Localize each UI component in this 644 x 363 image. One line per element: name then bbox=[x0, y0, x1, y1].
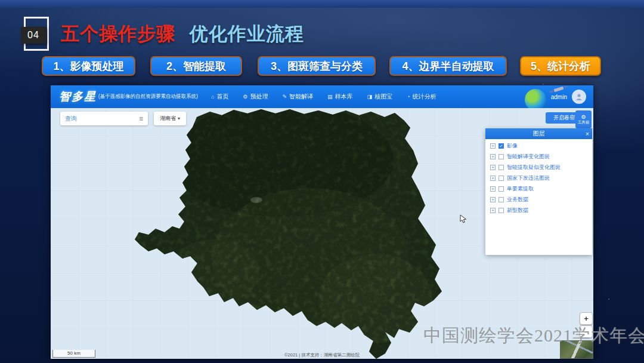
chevron-down-icon: ▾ bbox=[178, 116, 180, 121]
nav-item-checkmap[interactable]: ◨ 核图宝 bbox=[367, 93, 393, 101]
search-box[interactable]: 查询 ≡ bbox=[60, 112, 148, 125]
nav-label: 首页 bbox=[217, 93, 229, 101]
mouse-cursor bbox=[459, 214, 467, 224]
map-attribution: ©2021 | 技术支持：湖南省第二测绘院 bbox=[51, 352, 593, 358]
expand-icon[interactable]: + bbox=[490, 176, 496, 181]
nav-label: 统计分析 bbox=[413, 93, 436, 101]
nav-label: 预处理 bbox=[250, 93, 268, 101]
app-logo-subtitle: (基于遥感影像的自然资源要素自动提取系统) bbox=[98, 93, 198, 100]
home-icon: ⌂ bbox=[211, 94, 214, 100]
menu-icon[interactable]: ≡ bbox=[139, 115, 143, 123]
interpret-icon: ✎ bbox=[283, 94, 287, 100]
search-input[interactable]: 查询 bbox=[65, 115, 139, 123]
app-header: 智多星 (基于遥感影像的自然资源要素自动提取系统) ⌂ 首页 ⚙ 预处理 ✎ 智… bbox=[51, 85, 593, 108]
layers-panel-header: × 图层 × bbox=[485, 128, 592, 139]
expand-icon[interactable]: + bbox=[490, 186, 496, 192]
expand-icon[interactable]: + bbox=[490, 208, 496, 213]
slide-number: 04 bbox=[21, 27, 46, 44]
expand-icon[interactable]: + bbox=[490, 154, 496, 159]
layer-row-imagery[interactable]: + ✓ 影像 bbox=[490, 142, 592, 150]
province-satellite-layer bbox=[128, 108, 453, 359]
layer-row-business-data[interactable]: + 业务数据 bbox=[490, 196, 592, 204]
layer-row-single-feature[interactable]: + 单要素提取 bbox=[490, 185, 592, 193]
header-right: admin bbox=[525, 83, 586, 110]
checkmap-icon: ◨ bbox=[367, 94, 373, 100]
app-logo: 智多星 bbox=[59, 89, 97, 104]
nav-label: 智能解译 bbox=[289, 93, 313, 101]
nav-item-interpret[interactable]: ✎ 智能解译 bbox=[283, 93, 314, 101]
layer-checkbox[interactable] bbox=[499, 186, 504, 192]
toolbox-icon: ⚙ bbox=[581, 115, 586, 120]
satellite-icon bbox=[554, 87, 564, 93]
sky-strip bbox=[0, 0, 644, 8]
nav-item-stats[interactable]: ◔ 统计分析 bbox=[407, 93, 436, 101]
page-title-sub: 优化作业流程 bbox=[190, 23, 304, 44]
layer-checkbox[interactable] bbox=[499, 165, 504, 170]
close-icon[interactable]: × bbox=[583, 131, 592, 137]
app-window: 智多星 (基于遥感影像的自然资源要素自动提取系统) ⌂ 首页 ⚙ 预处理 ✎ 智… bbox=[51, 85, 593, 359]
step-button-1[interactable]: 1、影像预处理 bbox=[42, 56, 135, 76]
user-avatar[interactable] bbox=[572, 90, 586, 104]
layer-checkbox[interactable] bbox=[499, 154, 504, 159]
nav-item-preprocess[interactable]: ⚙ 预处理 bbox=[243, 93, 268, 101]
expand-icon[interactable]: + bbox=[490, 143, 496, 149]
page-title: 五个操作步骤 优化作业流程 bbox=[61, 21, 304, 47]
steps-row: 1、影像预处理 2、智能提取 3、图斑筛查与分类 4、边界半自动提取 5、统计分… bbox=[0, 56, 644, 76]
page-title-main: 五个操作步骤 bbox=[61, 23, 175, 44]
samples-icon: ▤ bbox=[327, 94, 333, 100]
main-nav: ⌂ 首页 ⚙ 预处理 ✎ 智能解译 ▤ 样本库 ◨ 核图宝 bbox=[211, 93, 436, 101]
step-button-5[interactable]: 5、统计分析 bbox=[520, 56, 601, 76]
step-button-3[interactable]: 3、图斑筛查与分类 bbox=[258, 56, 376, 76]
layer-row-national-illegal[interactable]: + 国家下发违法图斑 bbox=[490, 174, 592, 183]
globe-illustration bbox=[525, 89, 546, 110]
layer-row-new-data[interactable]: + 新型数据 bbox=[490, 207, 592, 215]
map-canvas[interactable]: 查询 ≡ 湖南省 ▾ 开启卷帘 ⚙ 工具箱 × 图层 × + ✓ bbox=[51, 108, 593, 359]
nav-item-home[interactable]: ⌂ 首页 bbox=[211, 93, 228, 101]
expand-icon[interactable]: + bbox=[490, 165, 496, 170]
layer-checkbox[interactable] bbox=[499, 197, 504, 202]
step-button-2[interactable]: 2、智能提取 bbox=[150, 56, 242, 76]
slide-background: 04 五个操作步骤 优化作业流程 1、影像预处理 2、智能提取 3、图斑筛查与分… bbox=[0, 0, 644, 363]
layer-row-suspect-change[interactable]: + 智能提取疑似变化图斑 bbox=[490, 164, 592, 172]
person-icon bbox=[575, 93, 583, 101]
layer-checkbox[interactable] bbox=[499, 176, 504, 181]
layer-row-interpret-change[interactable]: + 智能解译变化图斑 bbox=[490, 153, 592, 161]
province-value: 湖南省 bbox=[160, 115, 176, 122]
nav-label: 样本库 bbox=[335, 93, 353, 101]
layer-checkbox[interactable] bbox=[499, 208, 504, 213]
step-button-4[interactable]: 4、边界半自动提取 bbox=[389, 56, 507, 76]
zoom-in-button[interactable]: + bbox=[580, 312, 593, 325]
stats-icon: ◔ bbox=[407, 94, 410, 100]
conference-watermark: 中国测绘学会2021学术年会 bbox=[423, 324, 644, 348]
nav-label: 核图宝 bbox=[374, 93, 392, 101]
preprocess-icon: ⚙ bbox=[243, 94, 248, 100]
layers-panel-title: 图层 bbox=[495, 130, 583, 138]
username-label: admin bbox=[551, 94, 567, 100]
layers-panel: × 图层 × + ✓ 影像 + 智能解译变化图斑 + 智能提取疑似变 bbox=[485, 128, 592, 255]
nav-item-samples[interactable]: ▤ 样本库 bbox=[327, 93, 353, 101]
toolbox-label: 工具箱 bbox=[578, 120, 590, 125]
toolbox-button[interactable]: ⚙ 工具箱 bbox=[575, 110, 592, 128]
layer-checkbox[interactable]: ✓ bbox=[499, 143, 504, 149]
province-select[interactable]: 湖南省 ▾ bbox=[154, 112, 186, 125]
expand-icon[interactable]: + bbox=[490, 197, 496, 202]
